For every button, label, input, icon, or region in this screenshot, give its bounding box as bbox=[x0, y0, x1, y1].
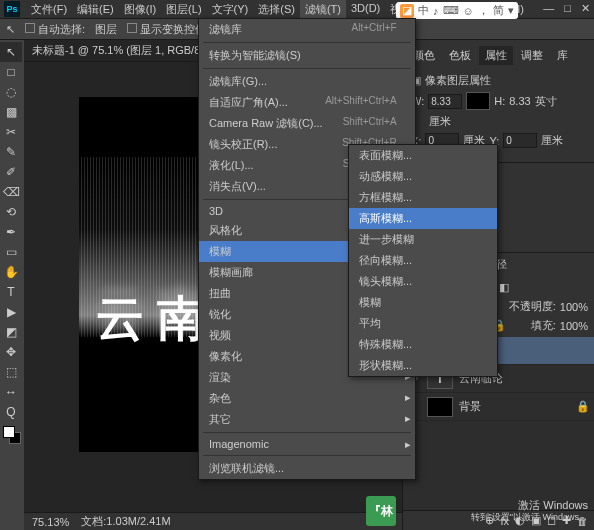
maximize-button[interactable]: □ bbox=[564, 2, 571, 15]
watermark-badge: 『林 bbox=[366, 496, 396, 526]
ime-audio-icon[interactable]: ♪ bbox=[433, 5, 439, 17]
ime-simplified[interactable]: 简 bbox=[493, 3, 504, 18]
menu-item[interactable]: 浏览联机滤镜... bbox=[199, 458, 415, 479]
activate-title: 激活 Windows bbox=[471, 498, 588, 512]
tool-16[interactable]: ⬚ bbox=[0, 362, 22, 382]
tool-11[interactable]: ✋ bbox=[0, 262, 22, 282]
lock-icon: 🔒 bbox=[576, 400, 590, 413]
width-input[interactable] bbox=[428, 94, 462, 109]
auto-select-target[interactable]: 图层 bbox=[95, 22, 117, 37]
height-unit[interactable]: 英寸 bbox=[535, 94, 557, 109]
auto-select-checkbox[interactable] bbox=[25, 23, 35, 33]
width-unit[interactable]: 厘米 bbox=[429, 114, 451, 129]
activate-windows: 激活 Windows 转到"设置"以激活 Windows。 bbox=[471, 498, 588, 524]
ime-punct[interactable]: ， bbox=[478, 3, 489, 18]
opacity-label: 不透明度: bbox=[509, 299, 556, 314]
height-label: H: bbox=[494, 95, 505, 107]
tool-4[interactable]: ✂ bbox=[0, 122, 22, 142]
submenu-item[interactable]: 动感模糊... bbox=[349, 166, 497, 187]
submenu-item[interactable]: 表面模糊... bbox=[349, 145, 497, 166]
ime-dropdown-icon[interactable]: ▾ bbox=[508, 4, 514, 17]
tool-5[interactable]: ✎ bbox=[0, 142, 22, 162]
submenu-item[interactable]: 模糊 bbox=[349, 292, 497, 313]
tool-17[interactable]: ↔ bbox=[0, 382, 22, 402]
tool-10[interactable]: ▭ bbox=[0, 242, 22, 262]
fill-value[interactable]: 100% bbox=[560, 320, 588, 332]
tool-14[interactable]: ◩ bbox=[0, 322, 22, 342]
tool-0[interactable]: ↖ bbox=[0, 42, 22, 62]
artwork-char: 云 bbox=[96, 287, 144, 351]
menu-item[interactable]: 转换为智能滤镜(S) bbox=[199, 45, 415, 66]
panel-tab[interactable]: 库 bbox=[551, 46, 574, 65]
minimize-button[interactable]: — bbox=[543, 2, 554, 15]
menu-1[interactable]: 编辑(E) bbox=[72, 0, 119, 19]
submenu-item[interactable]: 径向模糊... bbox=[349, 250, 497, 271]
layer-row[interactable]: 背景🔒 bbox=[403, 393, 594, 421]
tool-9[interactable]: ✒ bbox=[0, 222, 22, 242]
show-transform-label: 显示变换控件 bbox=[140, 23, 206, 35]
menu-0[interactable]: 文件(F) bbox=[26, 0, 72, 19]
fill-label: 填充: bbox=[531, 318, 556, 333]
submenu-item[interactable]: 特殊模糊... bbox=[349, 334, 497, 355]
tool-2[interactable]: ◌ bbox=[0, 82, 22, 102]
menu-item[interactable]: 滤镜库(G)... bbox=[199, 71, 415, 92]
menu-item[interactable]: Imagenomic bbox=[199, 435, 415, 453]
layer-name[interactable]: 背景 bbox=[459, 399, 481, 414]
menu-6[interactable]: 滤镜(T) bbox=[300, 0, 346, 19]
menu-2[interactable]: 图像(I) bbox=[119, 0, 161, 19]
ime-toolbar[interactable]: ◪ 中 ♪ ⌨ ☺ ， 简 ▾ bbox=[396, 2, 518, 19]
ime-lang[interactable]: 中 bbox=[418, 3, 429, 18]
panel-tab[interactable]: 调整 bbox=[515, 46, 549, 65]
tool-18[interactable]: Q bbox=[0, 402, 22, 422]
tool-1[interactable]: □ bbox=[0, 62, 22, 82]
y-input[interactable] bbox=[503, 133, 537, 148]
menu-item[interactable]: 自适应广角(A)...Alt+Shift+Ctrl+A bbox=[199, 92, 415, 113]
menu-4[interactable]: 文字(Y) bbox=[207, 0, 254, 19]
menu-7[interactable]: 3D(D) bbox=[346, 0, 385, 19]
close-button[interactable]: ✕ bbox=[581, 2, 590, 15]
menu-item[interactable]: 杂色 bbox=[199, 388, 415, 409]
ime-keyboard-icon[interactable]: ⌨ bbox=[443, 4, 459, 17]
tab-title: 未标题-1 @ 75.1% (图层 1, RGB/8#) * bbox=[32, 43, 217, 58]
submenu-item[interactable]: 高斯模糊... bbox=[349, 208, 497, 229]
height-value[interactable]: 8.33 bbox=[509, 95, 530, 107]
menu-item[interactable]: 滤镜库Alt+Ctrl+F bbox=[199, 19, 415, 40]
submenu-item[interactable]: 镜头模糊... bbox=[349, 271, 497, 292]
color-swatch[interactable] bbox=[3, 426, 21, 444]
tool-6[interactable]: ✐ bbox=[0, 162, 22, 182]
show-transform-checkbox[interactable] bbox=[127, 23, 137, 33]
tool-palette: ↖□◌▩✂✎✐⌫⟲✒▭✋T▶◩✥⬚↔Q bbox=[0, 40, 24, 530]
panel-tab[interactable]: 属性 bbox=[479, 46, 513, 65]
auto-select-label: 自动选择: bbox=[38, 23, 85, 35]
submenu-item[interactable]: 平均 bbox=[349, 313, 497, 334]
ime-emoji-icon[interactable]: ☺ bbox=[463, 5, 474, 17]
menu-item[interactable]: 其它 bbox=[199, 409, 415, 430]
blur-submenu[interactable]: 表面模糊...动感模糊...方框模糊...高斯模糊...进一步模糊径向模糊...… bbox=[348, 144, 498, 377]
zoom-level[interactable]: 75.13% bbox=[32, 516, 69, 528]
activate-subtitle: 转到"设置"以激活 Windows。 bbox=[471, 512, 588, 524]
layer-thumb[interactable] bbox=[427, 397, 453, 417]
canvas-thumb bbox=[466, 92, 490, 110]
submenu-item[interactable]: 形状模糊... bbox=[349, 355, 497, 376]
tool-12[interactable]: T bbox=[0, 282, 22, 302]
tool-3[interactable]: ▩ bbox=[0, 102, 22, 122]
ime-logo-icon: ◪ bbox=[400, 4, 414, 18]
menu-item[interactable]: Camera Raw 滤镜(C)...Shift+Ctrl+A bbox=[199, 113, 415, 134]
app-logo: Ps bbox=[4, 1, 20, 17]
menu-3[interactable]: 图层(L) bbox=[161, 0, 206, 19]
menu-5[interactable]: 选择(S) bbox=[253, 0, 300, 19]
tool-7[interactable]: ⌫ bbox=[0, 182, 22, 202]
submenu-item[interactable]: 进一步模糊 bbox=[349, 229, 497, 250]
tool-13[interactable]: ▶ bbox=[0, 302, 22, 322]
opacity-value[interactable]: 100% bbox=[560, 301, 588, 313]
submenu-item[interactable]: 方框模糊... bbox=[349, 187, 497, 208]
tool-8[interactable]: ⟲ bbox=[0, 202, 22, 222]
panel-tab[interactable]: 色板 bbox=[443, 46, 477, 65]
y-unit[interactable]: 厘米 bbox=[541, 133, 563, 148]
doc-size[interactable]: 文档:1.03M/2.41M bbox=[81, 514, 170, 529]
filter-smart-icon[interactable]: ◧ bbox=[499, 281, 509, 294]
properties-title: 像素图层属性 bbox=[425, 73, 491, 88]
move-tool-icon[interactable]: ↖ bbox=[6, 23, 15, 36]
status-bar: 75.13% 文档:1.03M/2.41M bbox=[24, 512, 402, 530]
tool-15[interactable]: ✥ bbox=[0, 342, 22, 362]
